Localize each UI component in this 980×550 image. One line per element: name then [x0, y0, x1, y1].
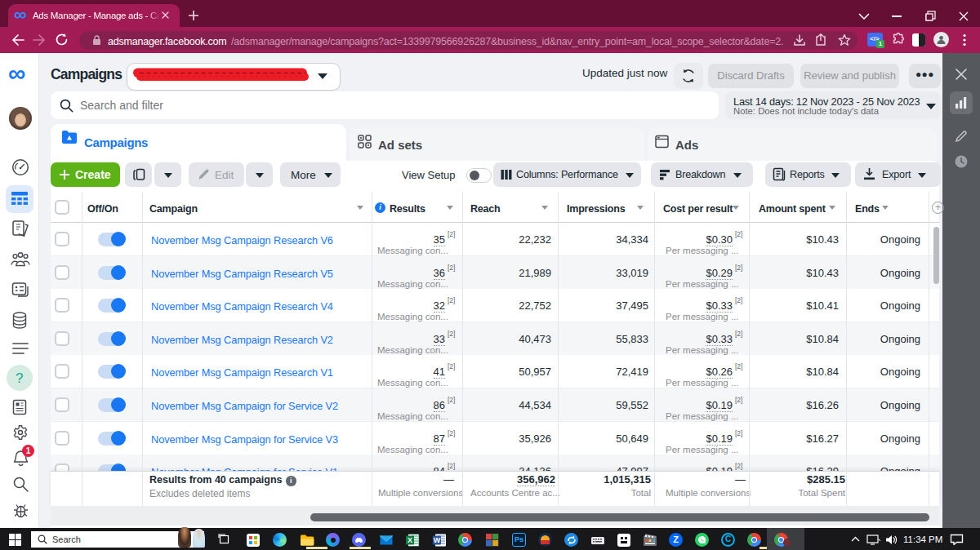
svg-text:X: X	[408, 536, 412, 544]
svg-text:W: W	[434, 536, 441, 544]
